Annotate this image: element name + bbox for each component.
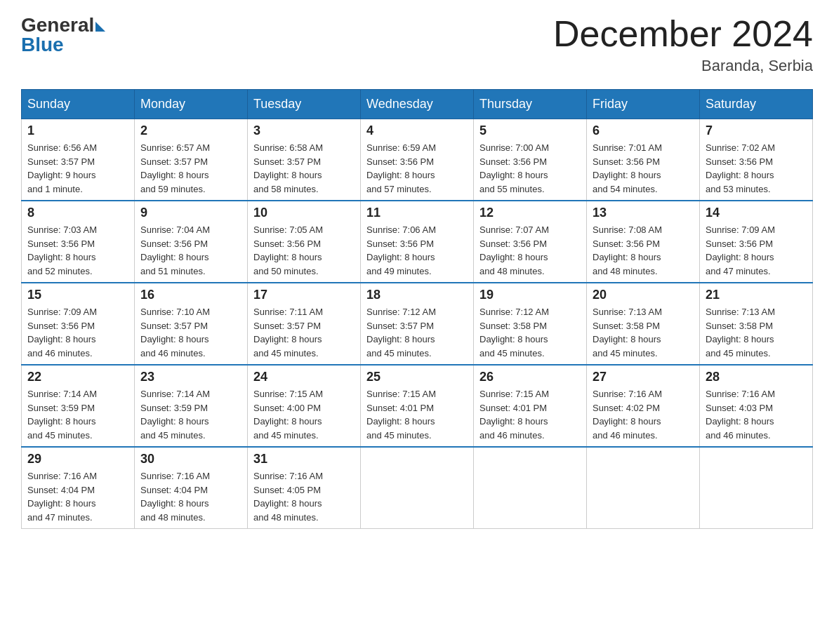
- calendar-table: SundayMondayTuesdayWednesdayThursdayFrid…: [21, 89, 813, 529]
- day-cell-19: 19Sunrise: 7:12 AMSunset: 3:58 PMDayligh…: [474, 283, 587, 365]
- day-number: 25: [366, 370, 468, 384]
- day-number: 18: [366, 288, 468, 302]
- day-number: 12: [479, 206, 581, 220]
- day-cell-24: 24Sunrise: 7:15 AMSunset: 4:00 PMDayligh…: [248, 365, 361, 447]
- day-info: Sunrise: 7:04 AMSunset: 3:56 PMDaylight:…: [140, 223, 241, 278]
- day-cell-22: 22Sunrise: 7:14 AMSunset: 3:59 PMDayligh…: [22, 365, 135, 447]
- day-info: Sunrise: 7:05 AMSunset: 3:56 PMDaylight:…: [253, 223, 355, 278]
- empty-cell: [587, 447, 700, 529]
- day-info: Sunrise: 7:16 AMSunset: 4:04 PMDaylight:…: [27, 469, 128, 524]
- week-row-2: 8Sunrise: 7:03 AMSunset: 3:56 PMDaylight…: [22, 201, 813, 283]
- day-cell-6: 6Sunrise: 7:01 AMSunset: 3:56 PMDaylight…: [587, 119, 700, 201]
- day-cell-7: 7Sunrise: 7:02 AMSunset: 3:56 PMDaylight…: [700, 119, 813, 201]
- day-info: Sunrise: 7:07 AMSunset: 3:56 PMDaylight:…: [479, 223, 581, 278]
- day-info: Sunrise: 7:15 AMSunset: 4:01 PMDaylight:…: [366, 387, 468, 442]
- day-number: 10: [253, 206, 355, 220]
- day-number: 9: [140, 206, 241, 220]
- day-cell-9: 9Sunrise: 7:04 AMSunset: 3:56 PMDaylight…: [135, 201, 248, 283]
- empty-cell: [700, 447, 813, 529]
- day-number: 1: [27, 123, 128, 138]
- day-number: 19: [479, 288, 581, 302]
- day-number: 11: [366, 206, 468, 220]
- empty-cell: [361, 447, 474, 529]
- day-cell-29: 29Sunrise: 7:16 AMSunset: 4:04 PMDayligh…: [22, 447, 135, 529]
- day-cell-18: 18Sunrise: 7:12 AMSunset: 3:57 PMDayligh…: [361, 283, 474, 365]
- day-info: Sunrise: 7:08 AMSunset: 3:56 PMDaylight:…: [593, 223, 694, 278]
- day-number: 3: [253, 123, 355, 138]
- day-number: 20: [593, 288, 694, 302]
- day-info: Sunrise: 7:10 AMSunset: 3:57 PMDaylight:…: [140, 305, 241, 360]
- day-cell-10: 10Sunrise: 7:05 AMSunset: 3:56 PMDayligh…: [248, 201, 361, 283]
- day-info: Sunrise: 7:16 AMSunset: 4:04 PMDaylight:…: [140, 469, 241, 524]
- weekday-header-wednesday: Wednesday: [361, 90, 474, 119]
- day-cell-27: 27Sunrise: 7:16 AMSunset: 4:02 PMDayligh…: [587, 365, 700, 447]
- weekday-header-sunday: Sunday: [22, 90, 135, 119]
- weekday-header-row: SundayMondayTuesdayWednesdayThursdayFrid…: [22, 90, 813, 119]
- day-info: Sunrise: 6:57 AMSunset: 3:57 PMDaylight:…: [140, 141, 241, 196]
- day-number: 4: [366, 123, 468, 138]
- day-cell-2: 2Sunrise: 6:57 AMSunset: 3:57 PMDaylight…: [135, 119, 248, 201]
- weekday-header-monday: Monday: [135, 90, 248, 119]
- day-number: 26: [479, 370, 581, 384]
- day-info: Sunrise: 7:01 AMSunset: 3:56 PMDaylight:…: [593, 141, 694, 196]
- day-info: Sunrise: 7:09 AMSunset: 3:56 PMDaylight:…: [706, 223, 807, 278]
- day-info: Sunrise: 7:16 AMSunset: 4:05 PMDaylight:…: [253, 469, 355, 524]
- day-number: 7: [706, 123, 807, 138]
- month-title: December 2024: [553, 14, 813, 54]
- weekday-header-friday: Friday: [587, 90, 700, 119]
- day-info: Sunrise: 6:58 AMSunset: 3:57 PMDaylight:…: [253, 141, 355, 196]
- day-cell-21: 21Sunrise: 7:13 AMSunset: 3:58 PMDayligh…: [700, 283, 813, 365]
- week-row-4: 22Sunrise: 7:14 AMSunset: 3:59 PMDayligh…: [22, 365, 813, 447]
- day-info: Sunrise: 7:00 AMSunset: 3:56 PMDaylight:…: [479, 141, 581, 196]
- day-cell-11: 11Sunrise: 7:06 AMSunset: 3:56 PMDayligh…: [361, 201, 474, 283]
- location: Baranda, Serbia: [553, 57, 813, 75]
- day-number: 8: [27, 206, 128, 220]
- day-cell-8: 8Sunrise: 7:03 AMSunset: 3:56 PMDaylight…: [22, 201, 135, 283]
- week-row-1: 1Sunrise: 6:56 AMSunset: 3:57 PMDaylight…: [22, 119, 813, 201]
- logo-triangle-icon: [95, 22, 105, 32]
- title-area: December 2024 Baranda, Serbia: [553, 14, 813, 75]
- day-cell-16: 16Sunrise: 7:10 AMSunset: 3:57 PMDayligh…: [135, 283, 248, 365]
- week-row-3: 15Sunrise: 7:09 AMSunset: 3:56 PMDayligh…: [22, 283, 813, 365]
- day-number: 31: [253, 452, 355, 467]
- day-info: Sunrise: 7:12 AMSunset: 3:58 PMDaylight:…: [479, 305, 581, 360]
- day-number: 15: [27, 288, 128, 302]
- day-cell-28: 28Sunrise: 7:16 AMSunset: 4:03 PMDayligh…: [700, 365, 813, 447]
- day-number: 24: [253, 370, 355, 384]
- day-cell-12: 12Sunrise: 7:07 AMSunset: 3:56 PMDayligh…: [474, 201, 587, 283]
- day-cell-3: 3Sunrise: 6:58 AMSunset: 3:57 PMDaylight…: [248, 119, 361, 201]
- logo-blue-text: Blue: [21, 34, 64, 56]
- day-number: 22: [27, 370, 128, 384]
- day-info: Sunrise: 7:15 AMSunset: 4:00 PMDaylight:…: [253, 387, 355, 442]
- day-number: 21: [706, 288, 807, 302]
- day-info: Sunrise: 7:16 AMSunset: 4:02 PMDaylight:…: [593, 387, 694, 442]
- day-info: Sunrise: 7:02 AMSunset: 3:56 PMDaylight:…: [706, 141, 807, 196]
- day-number: 27: [593, 370, 694, 384]
- weekday-header-saturday: Saturday: [700, 90, 813, 119]
- day-number: 6: [593, 123, 694, 138]
- day-info: Sunrise: 7:13 AMSunset: 3:58 PMDaylight:…: [706, 305, 807, 360]
- day-info: Sunrise: 7:14 AMSunset: 3:59 PMDaylight:…: [140, 387, 241, 442]
- page-header: General Blue December 2024 Baranda, Serb…: [21, 14, 813, 75]
- day-info: Sunrise: 7:14 AMSunset: 3:59 PMDaylight:…: [27, 387, 128, 442]
- day-number: 16: [140, 288, 241, 302]
- day-cell-30: 30Sunrise: 7:16 AMSunset: 4:04 PMDayligh…: [135, 447, 248, 529]
- day-number: 29: [27, 452, 128, 467]
- day-number: 23: [140, 370, 241, 384]
- day-number: 2: [140, 123, 241, 138]
- day-info: Sunrise: 7:15 AMSunset: 4:01 PMDaylight:…: [479, 387, 581, 442]
- day-cell-17: 17Sunrise: 7:11 AMSunset: 3:57 PMDayligh…: [248, 283, 361, 365]
- day-number: 28: [706, 370, 807, 384]
- weekday-header-tuesday: Tuesday: [248, 90, 361, 119]
- week-row-5: 29Sunrise: 7:16 AMSunset: 4:04 PMDayligh…: [22, 447, 813, 529]
- day-number: 5: [479, 123, 581, 138]
- logo: General Blue: [21, 14, 105, 56]
- day-number: 14: [706, 206, 807, 220]
- day-cell-15: 15Sunrise: 7:09 AMSunset: 3:56 PMDayligh…: [22, 283, 135, 365]
- day-cell-14: 14Sunrise: 7:09 AMSunset: 3:56 PMDayligh…: [700, 201, 813, 283]
- day-number: 13: [593, 206, 694, 220]
- day-cell-1: 1Sunrise: 6:56 AMSunset: 3:57 PMDaylight…: [22, 119, 135, 201]
- day-info: Sunrise: 6:56 AMSunset: 3:57 PMDaylight:…: [27, 141, 128, 196]
- day-info: Sunrise: 7:03 AMSunset: 3:56 PMDaylight:…: [27, 223, 128, 278]
- day-info: Sunrise: 7:09 AMSunset: 3:56 PMDaylight:…: [27, 305, 128, 360]
